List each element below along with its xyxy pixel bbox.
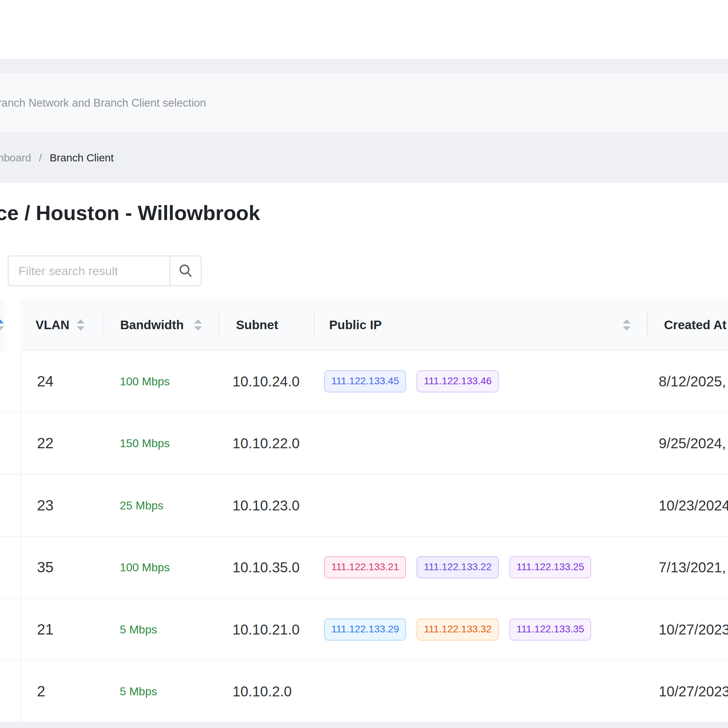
vlan-cell: 21	[37, 621, 54, 638]
subnet-cell: 10.10.2.0	[232, 684, 292, 700]
table-row[interactable]: 2325 Mbps10.10.23.010/23/2024,	[0, 475, 728, 537]
bandwidth-cell: 5 Mbps	[120, 685, 157, 698]
breadcrumb: hboard / Branch Client	[0, 133, 728, 183]
column-separator	[647, 313, 648, 336]
table-row[interactable]: 25 Mbps10.10.2.010/27/2023	[0, 661, 728, 722]
search-icon	[178, 263, 193, 279]
public-ip-badge: 111.122.133.45	[324, 370, 406, 392]
public-ip-badge: 111.122.133.46	[417, 370, 499, 392]
subnet-cell: 10.10.24.0	[232, 373, 300, 390]
pinned-column-border	[20, 351, 21, 722]
vlan-cell: 24	[37, 373, 54, 390]
public-ip-cell: 111.122.133.29111.122.133.32111.122.133.…	[324, 618, 591, 641]
public-ip-badge: 111.122.133.32	[417, 618, 499, 641]
created-at-cell: 7/13/2021,	[659, 560, 726, 575]
vlan-sort-icon[interactable]	[76, 318, 85, 331]
created-at-cell: 10/27/2023	[659, 684, 728, 700]
public-ip-badge: 111.122.133.25	[509, 556, 591, 578]
column-header-created-at: Created At	[664, 318, 726, 332]
bandwidth-cell: 100 Mbps	[120, 561, 170, 574]
vlan-cell: 35	[37, 559, 54, 576]
bandwidth-cell: 150 Mbps	[120, 437, 170, 450]
filter-search-input[interactable]	[8, 255, 170, 286]
public-ip-cell: 111.122.133.45111.122.133.46	[324, 370, 499, 392]
breadcrumb-separator: /	[39, 152, 41, 164]
public-ip-cell: 111.122.133.21111.122.133.22111.122.133.…	[324, 556, 591, 578]
table-row[interactable]: 24100 Mbps10.10.24.0111.122.133.45111.12…	[0, 351, 728, 413]
column-separator	[102, 313, 103, 336]
table-row[interactable]: 215 Mbps10.10.21.0111.122.133.29111.122.…	[0, 599, 728, 661]
column-header-subnet: Subnet	[236, 318, 278, 332]
subnet-cell: 10.10.23.0	[232, 498, 300, 514]
public-ip-sort-icon[interactable]	[622, 318, 631, 331]
public-ip-badge: 111.122.133.21	[324, 556, 406, 578]
pinned-column-sort-icon[interactable]	[0, 318, 5, 331]
created-at-cell: 8/12/2025,	[659, 373, 726, 390]
filter-search-button[interactable]	[170, 255, 202, 286]
table-row[interactable]: 22150 Mbps10.10.22.09/25/2024,	[0, 413, 728, 474]
column-separator	[314, 313, 314, 336]
bandwidth-cell: 25 Mbps	[120, 499, 164, 512]
table-row[interactable]: 35100 Mbps10.10.35.0111.122.133.21111.12…	[0, 537, 728, 599]
breadcrumb-current: Branch Client	[50, 152, 114, 164]
branch-client-page: ranch Network and Branch Client selectio…	[0, 0, 728, 728]
created-at-cell: 10/23/2024,	[659, 498, 728, 514]
bottom-scroll-strip	[0, 722, 728, 728]
column-header-public-ip[interactable]: Public IP	[329, 318, 382, 332]
column-header-vlan[interactable]: VLAN	[35, 318, 69, 332]
subnet-cell: 10.10.22.0	[232, 436, 300, 451]
vlan-cell: 22	[37, 435, 54, 452]
bandwidth-cell: 5 Mbps	[120, 623, 157, 636]
page-title: ce / Houston - Willowbrook	[0, 200, 260, 226]
public-ip-badge: 111.122.133.35	[509, 618, 591, 641]
bandwidth-cell: 100 Mbps	[120, 375, 170, 388]
public-ip-badge: 111.122.133.29	[324, 618, 406, 641]
subnet-cell: 10.10.35.0	[232, 560, 300, 575]
public-ip-badge: 111.122.133.22	[417, 556, 499, 578]
pinned-column-gap	[5, 299, 20, 351]
breadcrumb-parent-link[interactable]: hboard	[0, 152, 31, 164]
column-separator	[219, 313, 219, 336]
created-at-cell: 10/27/2023	[659, 622, 728, 638]
created-at-cell: 9/25/2024,	[659, 436, 726, 451]
page-description: ranch Network and Branch Client selectio…	[0, 97, 206, 110]
table-header: VLAN Bandwidth Subnet Public IP Created …	[0, 299, 728, 351]
vlan-cell: 23	[37, 497, 54, 514]
top-divider-band	[0, 59, 728, 73]
vlan-cell: 2	[37, 683, 45, 700]
subnet-cell: 10.10.21.0	[232, 622, 300, 638]
description-panel: ranch Network and Branch Client selectio…	[0, 73, 728, 133]
bandwidth-sort-icon[interactable]	[193, 318, 203, 331]
column-header-bandwidth[interactable]: Bandwidth	[120, 318, 184, 332]
